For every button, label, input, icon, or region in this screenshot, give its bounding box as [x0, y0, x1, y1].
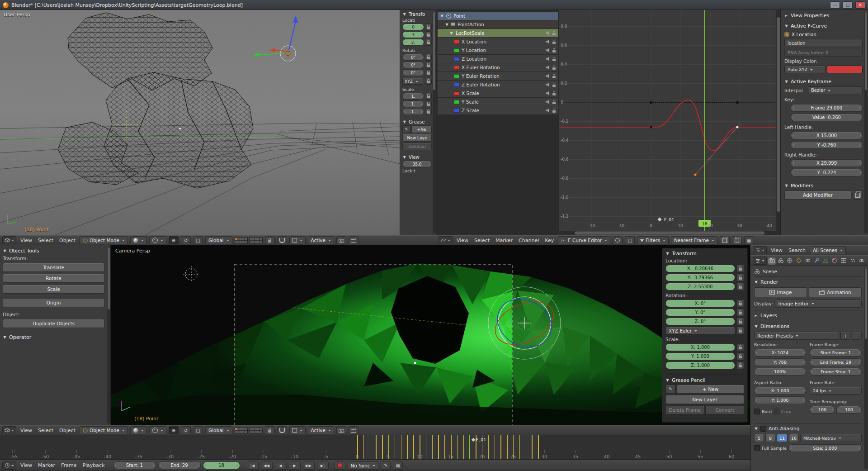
menu-select[interactable]: Select	[472, 238, 491, 243]
mute-speaker-icon[interactable]	[546, 91, 550, 95]
mute-speaker-icon[interactable]	[546, 48, 550, 52]
prev-keyframe-button[interactable]: ◀◀	[261, 461, 273, 470]
frame-step-field[interactable]: Frame Step: 1	[810, 368, 862, 376]
lock-icon[interactable]	[552, 76, 556, 78]
menu-marker[interactable]: Marker	[494, 238, 514, 243]
panel-header-view-properties[interactable]: ►View Properties	[784, 13, 863, 19]
loc-z-field[interactable]: 2.	[402, 39, 424, 46]
snap-target-dropdown[interactable]: Active	[308, 426, 334, 434]
add-modifier-button[interactable]: Add Modifier	[784, 190, 851, 200]
panel-header-object-tools[interactable]: ▼Object Tools	[3, 248, 104, 254]
scale-x-field[interactable]: X: 1.000	[665, 343, 735, 351]
aspect-y-field[interactable]: Y: 1.000	[754, 396, 806, 404]
collapse-arrow-icon[interactable]: ▼	[440, 14, 444, 18]
lock-icon[interactable]	[552, 85, 556, 87]
scale-y-field[interactable]: 1.	[402, 100, 424, 107]
channel-y-location[interactable]: Y Location	[438, 46, 558, 54]
normalize-button[interactable]: □	[625, 236, 635, 244]
rna-path-field[interactable]: location	[784, 39, 863, 47]
panel-header-operator[interactable]: ▼Operator	[3, 334, 104, 340]
tab-modifiers[interactable]	[813, 257, 821, 265]
channel-x-location[interactable]: X Location	[438, 38, 558, 46]
panel-header-transform[interactable]: ▼Transfo	[402, 12, 432, 17]
remap-new-field[interactable]: 100	[836, 406, 862, 414]
panel-header-grease-pencil[interactable]: ▼Grease	[402, 119, 432, 124]
start-frame-field[interactable]: Start Frame: 1	[810, 349, 862, 357]
aa-samples-11-button[interactable]: 11	[777, 434, 788, 442]
panel-header-view[interactable]: ▼View	[402, 155, 432, 160]
grease-new-button[interactable]: +New	[677, 385, 744, 394]
mute-speaker-icon[interactable]	[546, 109, 550, 113]
panel-header-modifiers[interactable]: ▼Modifiers	[784, 183, 863, 189]
rotation-order-dropdown[interactable]: XYZ	[402, 78, 424, 85]
close-button[interactable]: ✕	[855, 1, 865, 9]
mute-speaker-icon[interactable]	[546, 57, 550, 61]
editor-type-button[interactable]	[2, 426, 16, 434]
remove-preset-button[interactable]: −	[852, 332, 862, 340]
tab-render[interactable]	[768, 257, 776, 265]
loc-y-field[interactable]: 3	[402, 31, 424, 38]
channel-y-scale[interactable]: Y Scale	[438, 98, 558, 106]
timeline-marker[interactable]: F_01	[472, 437, 486, 442]
tab-physics[interactable]	[858, 257, 866, 265]
layers-widget[interactable]	[235, 428, 263, 433]
lock-button[interactable]	[425, 78, 432, 85]
graph-h-scrollbar-thumb[interactable]	[575, 232, 764, 235]
viewport-camera-persp[interactable]: Camera Persp (18) Point ▼Transform Locat…	[111, 245, 750, 425]
menu-search[interactable]: Search	[787, 247, 807, 253]
lens-field[interactable]: 35.0	[402, 161, 432, 167]
menu-view[interactable]: View	[19, 238, 34, 243]
tab-scene[interactable]	[777, 257, 785, 265]
play-button[interactable]: ▶	[289, 461, 301, 470]
graph-v-scrollbar-thumb[interactable]	[777, 17, 780, 212]
panel-header-transform[interactable]: ▼Transform	[665, 251, 744, 257]
render-image-button[interactable]: Image	[754, 287, 807, 297]
current-frame-field[interactable]: 18	[203, 461, 240, 469]
lock-button[interactable]	[425, 31, 432, 38]
resolution-y-field[interactable]: Y: 768	[754, 358, 806, 366]
lock-button[interactable]	[425, 24, 432, 30]
fcurve-graph-view[interactable]: 18 F_01 0.80.6 0.40.2 0-0.2 -0.4-0.6 -0.…	[559, 10, 781, 235]
tab-texture[interactable]	[840, 257, 848, 265]
lock-button[interactable]	[425, 54, 432, 61]
opengl-render-button[interactable]	[336, 236, 346, 244]
tab-object[interactable]	[795, 257, 803, 265]
lock-icon[interactable]	[552, 42, 556, 44]
keying-set-button[interactable]: ✎	[381, 461, 391, 470]
panel-header-grease-pencil[interactable]: ▼Grease Pencil	[665, 374, 744, 383]
channel-x-euler[interactable]: X Euler Rotation	[438, 63, 558, 71]
view-zoom-button[interactable]: ▦	[744, 236, 754, 244]
copy-keyframes-button[interactable]	[720, 236, 730, 244]
menu-view[interactable]: View	[19, 428, 34, 433]
layers-widget[interactable]	[235, 238, 263, 243]
aspect-x-field[interactable]: X: 1.000	[754, 387, 806, 395]
snap-toggle-button[interactable]	[277, 236, 287, 244]
collapse-arrow-icon[interactable]: ▼	[449, 31, 453, 35]
lock-icon[interactable]	[552, 67, 556, 70]
lock-button[interactable]	[736, 352, 744, 360]
lock-button[interactable]	[425, 62, 432, 68]
menu-marker[interactable]: Marker	[36, 462, 57, 468]
anti-aliasing-checkbox[interactable]	[760, 426, 766, 432]
lock-icon[interactable]	[552, 110, 556, 113]
full-sample-checkbox[interactable]	[754, 445, 760, 451]
menu-object[interactable]: Object	[57, 238, 77, 243]
lock-icon[interactable]	[552, 59, 556, 61]
mute-speaker-icon[interactable]	[546, 74, 550, 78]
panel-header-active-fcurve[interactable]: ▼Active F-Curve	[784, 23, 863, 29]
selected-handle-point[interactable]	[694, 173, 697, 176]
current-frame-line[interactable]	[469, 435, 470, 460]
menu-key[interactable]: Key	[543, 238, 556, 243]
remap-old-field[interactable]: 100	[810, 406, 835, 414]
color-mode-dropdown[interactable]: Auto XYZ	[784, 66, 826, 73]
next-keyframe-button[interactable]: ▶▶	[303, 461, 315, 470]
rot-y-field[interactable]: Y: 0°	[665, 309, 735, 316]
breadcrumb[interactable]: Scene	[754, 269, 862, 274]
key-frame-field[interactable]: Frame 29.000	[791, 104, 863, 112]
draw-button[interactable]: ✎	[665, 385, 675, 393]
channel-x-scale[interactable]: X Scale	[438, 89, 558, 97]
lock-icon[interactable]	[552, 102, 556, 104]
selected-keyframe[interactable]	[736, 126, 739, 128]
lock-button[interactable]	[425, 39, 432, 46]
menu-view[interactable]: View	[455, 238, 470, 243]
